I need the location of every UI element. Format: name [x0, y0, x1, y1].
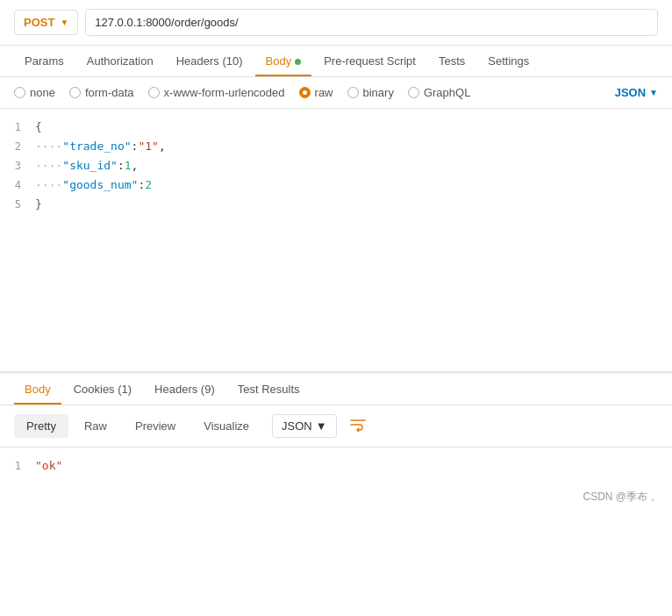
request-body-editor[interactable]: 1 { 2 ····"trade_no":"1", 3 ····"sku_id"… — [0, 109, 672, 372]
url-bar: POST ▼ — [0, 0, 672, 46]
resp-tab-body[interactable]: Body — [14, 374, 61, 405]
response-section: Body Cookies (1) Headers (9) Test Result… — [0, 372, 672, 484]
line-num-4: 4 — [0, 175, 35, 195]
view-tabs: Pretty Raw Preview Visualize JSON ▼ — [0, 405, 672, 448]
line-num-2: 2 — [0, 137, 35, 156]
radio-none — [14, 87, 25, 98]
body-type-binary[interactable]: binary — [347, 86, 394, 99]
radio-binary — [347, 87, 359, 98]
tab-settings[interactable]: Settings — [477, 46, 540, 76]
response-format-select[interactable]: JSON ▼ — [272, 414, 337, 438]
footer-text: CSDN @季布， — [583, 490, 658, 505]
body-type-raw[interactable]: raw — [299, 86, 333, 99]
resp-tab-headers[interactable]: Headers (9) — [144, 374, 225, 405]
tab-headers[interactable]: Headers (10) — [166, 46, 254, 76]
view-preview-button[interactable]: Preview — [123, 414, 188, 438]
method-chevron-icon: ▼ — [60, 18, 68, 27]
resp-line-num-1: 1 — [0, 456, 35, 476]
open-brace: { — [35, 120, 42, 133]
line-num-1: 1 — [0, 118, 35, 137]
code-line-1: 1 { — [0, 118, 672, 137]
radio-urlencoded — [148, 87, 160, 98]
radio-raw — [299, 87, 311, 98]
method-select[interactable]: POST ▼ — [14, 10, 78, 35]
tab-tests[interactable]: Tests — [428, 46, 475, 76]
body-type-none[interactable]: none — [14, 86, 55, 99]
tab-authorization[interactable]: Authorization — [76, 46, 164, 76]
body-type-graphql[interactable]: GraphQL — [408, 86, 470, 99]
view-pretty-button[interactable]: Pretty — [14, 414, 68, 438]
radio-graphql — [408, 87, 419, 98]
body-dot — [295, 59, 301, 65]
request-tabs: Params Authorization Headers (10) Body P… — [0, 46, 672, 77]
json-chevron-icon: ▼ — [649, 88, 658, 97]
code-line-3: 3 ····"sku_id":1, — [0, 156, 672, 175]
code-line-4: 4 ····"goods_num":2 — [0, 175, 672, 195]
view-raw-button[interactable]: Raw — [72, 414, 119, 438]
json-format-dropdown[interactable]: JSON ▼ — [615, 86, 658, 99]
body-type-form-data[interactable]: form-data — [69, 86, 134, 99]
method-label: POST — [24, 16, 54, 29]
close-brace: } — [35, 197, 42, 211]
tab-pre-request-script[interactable]: Pre-request Script — [313, 46, 426, 76]
url-input[interactable] — [85, 9, 658, 36]
line-num-5: 5 — [0, 195, 35, 214]
tab-params[interactable]: Params — [14, 46, 75, 76]
line-num-3: 3 — [0, 156, 35, 175]
response-tabs: Body Cookies (1) Headers (9) Test Result… — [0, 374, 672, 405]
response-body: 1 "ok" — [0, 448, 672, 484]
resp-value-ok: "ok" — [35, 459, 62, 472]
resp-tab-cookies[interactable]: Cookies (1) — [63, 374, 142, 405]
view-visualize-button[interactable]: Visualize — [191, 414, 261, 438]
body-type-urlencoded[interactable]: x-www-form-urlencoded — [148, 86, 285, 99]
resp-format-chevron-icon: ▼ — [316, 419, 327, 433]
tab-body[interactable]: Body — [255, 46, 312, 76]
code-line-2: 2 ····"trade_no":"1", — [0, 137, 672, 156]
wrap-text-icon[interactable] — [349, 418, 367, 435]
radio-form-data — [69, 87, 81, 98]
resp-tab-test-results[interactable]: Test Results — [227, 374, 311, 405]
footer: CSDN @季布， — [0, 484, 672, 510]
code-line-5: 5 } — [0, 195, 672, 214]
response-line-1: 1 "ok" — [0, 456, 672, 476]
body-type-bar: none form-data x-www-form-urlencoded raw… — [0, 77, 672, 109]
